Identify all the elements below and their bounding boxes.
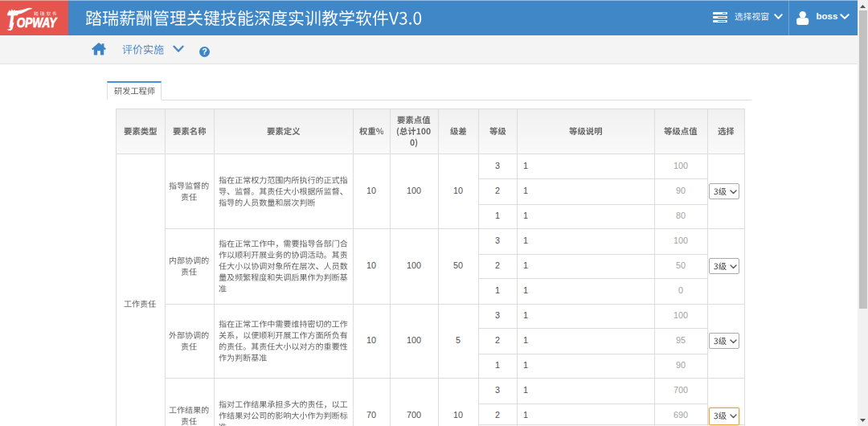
svg-text:?: ?	[202, 47, 207, 56]
